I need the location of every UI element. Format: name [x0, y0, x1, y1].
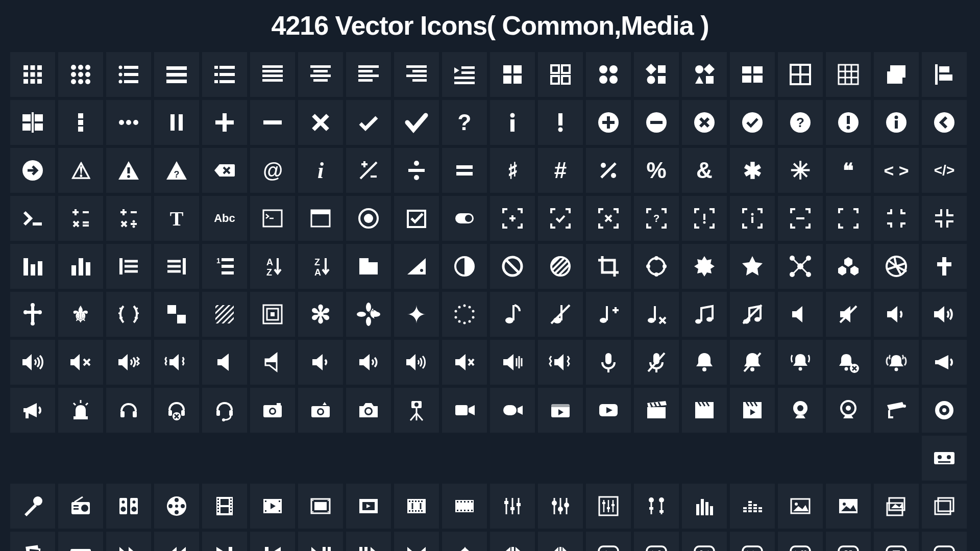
exclaim-circle-icon[interactable]: [826, 100, 871, 145]
film-frame-icon[interactable]: [298, 484, 343, 529]
sliders-alt-icon[interactable]: [538, 484, 583, 529]
play-rounded-icon[interactable]: [586, 532, 631, 551]
bar-chart-alt-icon[interactable]: [58, 244, 103, 289]
info-circle-icon[interactable]: [874, 100, 919, 145]
focus-empty-icon[interactable]: [778, 196, 823, 241]
focus-x-icon[interactable]: [586, 196, 631, 241]
bell-ring-icon[interactable]: [778, 340, 823, 385]
asterisk-6-icon[interactable]: ✱: [730, 148, 775, 193]
tripod-camera-icon[interactable]: [394, 388, 439, 433]
camera-icon[interactable]: [346, 388, 391, 433]
image-icon[interactable]: [778, 484, 823, 529]
speaker-wave2-icon[interactable]: [346, 340, 391, 385]
youtube-play-icon[interactable]: [586, 388, 631, 433]
windows-stack-icon[interactable]: [874, 52, 919, 97]
percent-icon[interactable]: %: [634, 148, 679, 193]
webcam-alt-icon[interactable]: [826, 388, 871, 433]
equals-icon[interactable]: [442, 148, 487, 193]
numbered-list-icon[interactable]: 1: [202, 244, 247, 289]
video-play-icon[interactable]: [538, 388, 583, 433]
disc-target-icon[interactable]: [922, 388, 967, 433]
clapperboard-icon[interactable]: [634, 388, 679, 433]
speaker-mute-icon[interactable]: [778, 292, 823, 337]
focus-add-icon[interactable]: [490, 196, 535, 241]
loading-dots-icon[interactable]: [442, 292, 487, 337]
code-tag-icon[interactable]: </>: [922, 148, 967, 193]
stop-rounded-icon[interactable]: [874, 532, 919, 551]
hatch-circle-icon[interactable]: [538, 244, 583, 289]
exit-fullscreen-alt-icon[interactable]: [922, 196, 967, 241]
rewind-icon[interactable]: [154, 532, 199, 551]
at-sign-icon[interactable]: @: [250, 148, 295, 193]
step-out-icon[interactable]: [490, 532, 535, 551]
mixer-icon[interactable]: [586, 484, 631, 529]
knobs-icon[interactable]: [634, 484, 679, 529]
inverted-exclaim-icon[interactable]: [490, 100, 535, 145]
webcam-icon[interactable]: [778, 388, 823, 433]
contrast-circle-icon[interactable]: [442, 244, 487, 289]
warning-triangle-solid-icon[interactable]: [106, 148, 151, 193]
music-note-slash-icon[interactable]: [538, 292, 583, 337]
focus-ring-icon[interactable]: [634, 244, 679, 289]
siren-icon[interactable]: [58, 388, 103, 433]
microphone-slash-icon[interactable]: [634, 340, 679, 385]
more-vertical-icon[interactable]: [58, 100, 103, 145]
plus-circle-icon[interactable]: [586, 100, 631, 145]
polaroids-icon[interactable]: [10, 532, 55, 551]
headset-x-icon[interactable]: [154, 388, 199, 433]
bell-slash-icon[interactable]: [730, 340, 775, 385]
focus-check-icon[interactable]: [538, 196, 583, 241]
megaphone-alt-icon[interactable]: [10, 388, 55, 433]
speaker-low-icon[interactable]: [874, 292, 919, 337]
film-roll-icon[interactable]: [394, 484, 439, 529]
play-pause-rounded-icon[interactable]: [778, 532, 823, 551]
terminal-window-icon[interactable]: [250, 196, 295, 241]
tab-browser-icon[interactable]: [346, 244, 391, 289]
question-mark-icon[interactable]: ?: [442, 100, 487, 145]
focus-question-icon[interactable]: ?: [634, 196, 679, 241]
shapes-mixed-alt-icon[interactable]: [682, 52, 727, 97]
music-double-note-icon[interactable]: [682, 292, 727, 337]
angle-measure-icon[interactable]: [394, 244, 439, 289]
headset-talk-icon[interactable]: [202, 388, 247, 433]
backspace-icon[interactable]: [202, 148, 247, 193]
image-alt-icon[interactable]: [826, 484, 871, 529]
film-segment-icon[interactable]: [442, 484, 487, 529]
focus-corners-icon[interactable]: [826, 196, 871, 241]
minus-circle-icon[interactable]: [634, 100, 679, 145]
check-bold-icon[interactable]: [394, 100, 439, 145]
quote-open-icon[interactable]: ❝: [826, 148, 871, 193]
clapperboard-alt-icon[interactable]: [682, 388, 727, 433]
fast-forward-icon[interactable]: [106, 532, 151, 551]
fleur-de-lis-icon[interactable]: ⚜: [58, 292, 103, 337]
volume-vibrate-icon[interactable]: [106, 340, 151, 385]
camera-compact-icon[interactable]: [250, 388, 295, 433]
cctv-camera-icon[interactable]: [874, 388, 919, 433]
ampersand-icon[interactable]: &: [682, 148, 727, 193]
toggle-on-icon[interactable]: [442, 196, 487, 241]
next-rounded-icon[interactable]: [634, 532, 679, 551]
no-entry-icon[interactable]: [490, 244, 535, 289]
music-note-add-icon[interactable]: [586, 292, 631, 337]
angle-brackets-icon[interactable]: < >: [874, 148, 919, 193]
gallery-icon[interactable]: [874, 484, 919, 529]
check-icon[interactable]: [346, 100, 391, 145]
checker-2x2-icon[interactable]: [154, 292, 199, 337]
indent-icon[interactable]: [442, 52, 487, 97]
play-mirror-icon[interactable]: [394, 532, 439, 551]
window-icon[interactable]: [298, 196, 343, 241]
shapes-mixed-icon[interactable]: [634, 52, 679, 97]
sort-az-icon[interactable]: AZ: [250, 244, 295, 289]
speaker-high-icon[interactable]: [922, 292, 967, 337]
cassette-tape-icon[interactable]: [922, 436, 967, 481]
pinwheel-icon[interactable]: [346, 292, 391, 337]
question-triangle-icon[interactable]: ?: [154, 148, 199, 193]
warning-triangle-icon[interactable]: ⚠: [58, 148, 103, 193]
chevron-left-circle-icon[interactable]: [922, 100, 967, 145]
x-circle-icon[interactable]: [682, 100, 727, 145]
plus-icon[interactable]: [202, 100, 247, 145]
eject-rounded-icon[interactable]: [922, 532, 967, 551]
sparkle-4-icon[interactable]: [394, 292, 439, 337]
indent-decrease-icon[interactable]: [154, 244, 199, 289]
star-solid-icon[interactable]: [730, 244, 775, 289]
